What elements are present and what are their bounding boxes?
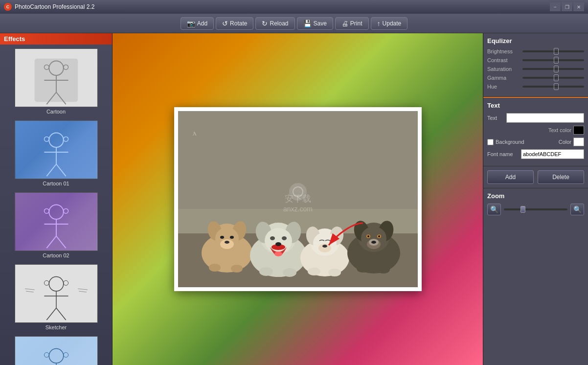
update-button[interactable]: ↑ Update [371, 17, 408, 30]
update-label: Update [383, 20, 402, 27]
contrast-label: Contrast [487, 57, 522, 63]
effect-item-cartoon02[interactable]: Cartoon 02 [2, 190, 110, 260]
zoom-slider-thumb[interactable] [520, 206, 525, 213]
hue-thumb[interactable] [554, 83, 559, 90]
svg-point-55 [220, 236, 224, 239]
effect-thumbnail-cartoon02 [15, 192, 98, 251]
saturation-label: Saturation [487, 66, 522, 72]
save-label: Save [314, 20, 327, 27]
effect-thumbnail-sketcher2 [15, 336, 98, 365]
zoom-out-button[interactable]: 🔍 [487, 204, 501, 215]
minimize-button[interactable]: − [550, 2, 561, 11]
svg-point-90 [367, 235, 369, 237]
zoom-section: Zoom 🔍 🔍 [483, 188, 588, 219]
effect-item-sketcher2[interactable]: Sketcher 2 [2, 334, 110, 365]
update-icon: ↑ [377, 20, 381, 27]
print-button[interactable]: 🖨 Print [335, 17, 369, 30]
zoom-title: Zoom [487, 192, 584, 200]
svg-text:A: A [192, 130, 197, 137]
effect-label-cartoon02: Cartoon 02 [43, 252, 69, 258]
text-field[interactable] [506, 113, 584, 123]
brightness-track[interactable] [522, 50, 584, 52]
contrast-row: Contrast [487, 57, 584, 63]
text-actions: Add Delete [483, 166, 588, 188]
gamma-track[interactable] [522, 77, 584, 79]
window-controls: − ❐ ✕ [550, 2, 584, 11]
saturation-track[interactable] [522, 68, 584, 70]
add-icon: 📷 [187, 20, 195, 27]
saturation-row: Saturation [487, 66, 584, 72]
main-layout: Effects [0, 33, 588, 365]
brightness-row: Brightness [487, 48, 584, 54]
contrast-thumb[interactable] [554, 57, 559, 64]
text-delete-button[interactable]: Delete [538, 170, 584, 184]
svg-point-79 [328, 269, 341, 276]
background-label: Background [496, 139, 524, 145]
effect-item-cartoon[interactable]: Cartoon [2, 46, 110, 116]
save-button[interactable]: 💾 Save [297, 17, 333, 30]
left-panel: Effects [0, 33, 113, 365]
background-checkbox[interactable] [487, 139, 494, 145]
svg-text:anxz.com: anxz.com [283, 205, 313, 213]
svg-point-87 [371, 241, 376, 244]
effect-label-cartoon01: Cartoon 01 [43, 181, 69, 186]
hue-row: Hue [487, 84, 584, 90]
photo-frame: 安下载 anxz.com A [174, 107, 422, 291]
effects-list: Cartoon Cartoon 01 [0, 45, 112, 365]
text-section-title: Text [487, 102, 584, 109]
svg-point-70 [283, 268, 296, 277]
equalizer-title: Equlizer [487, 37, 584, 45]
svg-point-78 [308, 268, 320, 275]
svg-point-77 [322, 245, 327, 248]
canvas-area: 安下载 anxz.com A [113, 33, 483, 365]
svg-point-91 [378, 235, 380, 237]
toolbar: 📷 Add ↺ Rotate ↻ Reload 💾 Save 🖨 Print ↑… [0, 14, 588, 33]
effects-header: Effects [0, 33, 112, 45]
print-label: Print [350, 20, 362, 27]
text-color-swatch[interactable] [573, 126, 584, 135]
svg-point-58 [231, 265, 243, 273]
text-section: Text Text Text color Background Color Fo… [483, 97, 588, 166]
rotate-button[interactable]: ↺ Rotate [216, 17, 253, 30]
svg-point-57 [209, 264, 221, 272]
svg-point-66 [275, 242, 281, 246]
font-name-display[interactable]: abodefABCDEF [521, 149, 584, 159]
zoom-slider-track[interactable] [504, 208, 567, 210]
text-input-row: Text [487, 113, 584, 123]
zoom-in-icon: 🔍 [573, 205, 582, 213]
reload-label: Reload [270, 20, 288, 27]
zoom-in-button[interactable]: 🔍 [570, 204, 584, 215]
effect-label-sketcher: Sketcher [45, 324, 67, 330]
rotate-icon: ↺ [222, 20, 228, 27]
restore-button[interactable]: ❐ [562, 2, 572, 11]
svg-point-54 [225, 241, 229, 244]
zoom-out-icon: 🔍 [490, 205, 498, 213]
saturation-thumb[interactable] [554, 66, 559, 72]
effect-item-cartoon01[interactable]: Cartoon 01 [2, 118, 110, 188]
svg-point-69 [259, 267, 273, 276]
svg-point-92 [357, 265, 369, 273]
contrast-track[interactable] [522, 59, 584, 61]
background-color-swatch[interactable] [573, 137, 584, 146]
reload-icon: ↻ [262, 20, 268, 27]
photo-image: 安下载 anxz.com A [178, 111, 418, 287]
equalizer-section: Equlizer Brightness Contrast Saturation [483, 33, 588, 97]
svg-rect-37 [15, 337, 97, 365]
brightness-label: Brightness [487, 48, 522, 54]
gamma-thumb[interactable] [554, 74, 559, 81]
effect-thumbnail-sketcher [15, 264, 98, 323]
reload-button[interactable]: ↻ Reload [255, 17, 294, 30]
font-name-row: Font name abodefABCDEF [487, 149, 584, 159]
hue-track[interactable] [522, 86, 584, 88]
close-button[interactable]: ✕ [573, 2, 584, 11]
app-icon: C [4, 3, 12, 11]
svg-point-93 [377, 266, 390, 274]
text-add-button[interactable]: Add [487, 170, 534, 184]
photo-content: 安下载 anxz.com A [178, 111, 418, 287]
effect-thumbnail-cartoon01 [15, 120, 98, 179]
save-icon: 💾 [303, 20, 312, 27]
add-button[interactable]: 📷 Add [181, 17, 214, 30]
effect-item-sketcher[interactable]: Sketcher [2, 262, 110, 332]
effect-thumbnail-cartoon [15, 48, 98, 107]
brightness-thumb[interactable] [554, 48, 559, 55]
